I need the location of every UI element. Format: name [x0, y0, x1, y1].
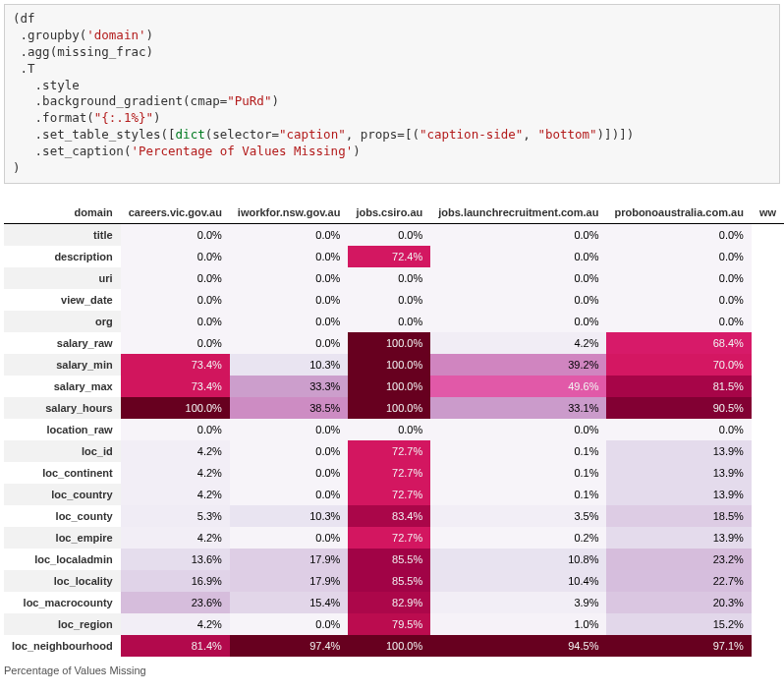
table-cell: 0.0%: [348, 419, 430, 440]
table-cell: 13.9%: [606, 440, 751, 462]
column-header: iworkfor.nsw.gov.au: [230, 202, 349, 224]
table-cell: 72.4%: [348, 246, 430, 267]
table-cell: 15.2%: [606, 613, 751, 635]
table-cell: 0.0%: [430, 223, 606, 246]
table-cell: 0.0%: [348, 223, 430, 246]
table-cell: 4.2%: [121, 527, 230, 549]
table-cell: 4.2%: [121, 484, 230, 505]
table-cell: 0.0%: [230, 484, 349, 505]
table-cell: 0.1%: [430, 440, 606, 462]
table-cell: 0.0%: [230, 246, 349, 267]
table-cell: 38.5%: [230, 397, 349, 419]
table-cell: 100.0%: [348, 635, 430, 657]
table-cell: 0.0%: [121, 246, 230, 267]
table-cell: 0.2%: [430, 527, 606, 549]
table-cell: 5.3%: [121, 505, 230, 527]
table-row: loc_county5.3%10.3%83.4%3.5%18.5%: [4, 505, 784, 527]
row-header: loc_region: [4, 613, 121, 635]
table-row: loc_locality16.9%17.9%85.5%10.4%22.7%: [4, 570, 784, 592]
table-cell: 10.3%: [230, 505, 349, 527]
row-header: title: [4, 223, 121, 246]
table-cell: 83.4%: [348, 505, 430, 527]
column-header: probonoaustralia.com.au: [606, 202, 751, 224]
table-row: salary_max73.4%33.3%100.0%49.6%81.5%: [4, 376, 784, 397]
code-line: ): [13, 160, 21, 175]
table-cell: 0.0%: [230, 332, 349, 354]
table-cell: 0.0%: [121, 332, 230, 354]
table-cell: 17.9%: [230, 549, 349, 570]
table-cell: 0.1%: [430, 462, 606, 484]
table-row: location_raw0.0%0.0%0.0%0.0%0.0%: [4, 419, 784, 440]
table-cell: 10.3%: [230, 354, 349, 376]
table-cell: 72.7%: [348, 527, 430, 549]
table-cell: 0.0%: [230, 613, 349, 635]
table-cell: 4.2%: [121, 462, 230, 484]
table-cell: 97.1%: [606, 635, 751, 657]
table-cell: 72.7%: [348, 462, 430, 484]
table-cell: 10.8%: [430, 549, 606, 570]
row-header: salary_raw: [4, 332, 121, 354]
table-cell: 0.0%: [430, 246, 606, 267]
table-caption: Percentage of Values Missing: [4, 657, 784, 676]
table-cell: 94.5%: [430, 635, 606, 657]
table-cell: 68.4%: [606, 332, 751, 354]
row-header: loc_id: [4, 440, 121, 462]
row-header: salary_max: [4, 376, 121, 397]
table-row: loc_continent4.2%0.0%72.7%0.1%13.9%: [4, 462, 784, 484]
column-header: jobs.csiro.au: [348, 202, 430, 224]
code-line: .T: [13, 61, 35, 76]
table-cell: 18.5%: [606, 505, 751, 527]
table-cell: 3.9%: [430, 592, 606, 613]
table-cell: 0.0%: [230, 311, 349, 332]
table-cell: 100.0%: [348, 397, 430, 419]
table-cell: 0.0%: [230, 527, 349, 549]
table-cell: 1.0%: [430, 613, 606, 635]
row-header: loc_macrocounty: [4, 592, 121, 613]
table-cell: 20.3%: [606, 592, 751, 613]
table-cell: 4.2%: [430, 332, 606, 354]
row-header: view_date: [4, 289, 121, 311]
table-cell: 33.3%: [230, 376, 349, 397]
table-row: salary_hours100.0%38.5%100.0%33.1%90.5%: [4, 397, 784, 419]
table-cell: 23.2%: [606, 549, 751, 570]
table-row: loc_localadmin13.6%17.9%85.5%10.8%23.2%: [4, 549, 784, 570]
code-line: .agg(missing_frac): [13, 44, 153, 59]
table-cell: 0.0%: [606, 419, 751, 440]
table-cell: 97.4%: [230, 635, 349, 657]
code-input-cell[interactable]: (df .groupby('domain') .agg(missing_frac…: [4, 4, 780, 184]
table-cell: 33.1%: [430, 397, 606, 419]
code-line: .groupby('domain'): [13, 28, 153, 42]
table-cell: 90.5%: [606, 397, 751, 419]
table-row: view_date0.0%0.0%0.0%0.0%0.0%: [4, 289, 784, 311]
table-cell: 10.4%: [430, 570, 606, 592]
table-cell: 13.6%: [121, 549, 230, 570]
table-row: loc_region4.2%0.0%79.5%1.0%15.2%: [4, 613, 784, 635]
table-cell: 22.7%: [606, 570, 751, 592]
table-cell: 0.0%: [430, 311, 606, 332]
table-cell: 0.0%: [121, 223, 230, 246]
column-header: ww: [752, 202, 784, 224]
table-cell: 13.9%: [606, 484, 751, 505]
table-row: loc_macrocounty23.6%15.4%82.9%3.9%20.3%: [4, 592, 784, 613]
code-line: .format("{:.1%}"): [13, 110, 161, 125]
table-cell: 0.0%: [230, 289, 349, 311]
row-header: uri: [4, 267, 121, 289]
table-cell: 0.0%: [121, 267, 230, 289]
row-header: salary_min: [4, 354, 121, 376]
table-cell: 4.2%: [121, 440, 230, 462]
table-cell: 0.0%: [606, 289, 751, 311]
table-cell: 0.0%: [121, 311, 230, 332]
code-line: .set_table_styles([dict(selector="captio…: [13, 127, 634, 142]
table-cell: 0.0%: [606, 311, 751, 332]
table-row: salary_raw0.0%0.0%100.0%4.2%68.4%: [4, 332, 784, 354]
table-cell: 0.0%: [121, 419, 230, 440]
table-cell: 72.7%: [348, 484, 430, 505]
table-cell: 39.2%: [430, 354, 606, 376]
table-cell: 0.0%: [230, 267, 349, 289]
row-index-label: domain: [4, 202, 121, 224]
table-cell: 17.9%: [230, 570, 349, 592]
code-line: .background_gradient(cmap="PuRd"): [13, 93, 279, 108]
table-cell: 0.0%: [348, 311, 430, 332]
column-header: careers.vic.gov.au: [121, 202, 230, 224]
table-cell: 16.9%: [121, 570, 230, 592]
